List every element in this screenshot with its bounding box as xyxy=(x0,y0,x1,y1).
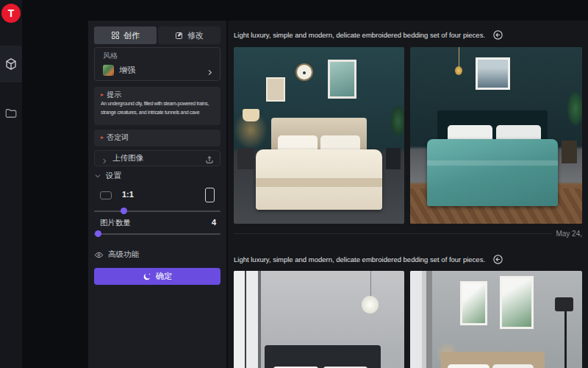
style-value: 增强 xyxy=(119,65,201,76)
image-count-row: 图片数量 4 xyxy=(94,218,220,228)
negative-label-row: ▸ 否定词 xyxy=(101,133,214,142)
date-divider-row: May 24, xyxy=(234,228,582,238)
divider-line xyxy=(234,233,551,234)
confirm-button[interactable]: 确定 xyxy=(94,268,220,285)
wall-art-decor xyxy=(500,276,534,329)
edit-icon xyxy=(175,31,184,40)
floor-lamp-shade-decor xyxy=(555,297,574,311)
aspect-ratio-value: 1:1 xyxy=(122,190,134,199)
clock-center-decor xyxy=(303,71,306,74)
style-section-label: 风格 xyxy=(103,51,118,61)
curtain-decor xyxy=(410,271,432,368)
reuse-prompt-icon[interactable] xyxy=(492,254,503,265)
generation-panel: 创作 修改 风格 增强 ▸ 提示 A xyxy=(88,21,226,368)
generation-prompt-text: Light luxury, simple and modern, delicat… xyxy=(234,31,485,39)
wall-art-decor xyxy=(460,281,487,325)
generation-group-header: Light luxury, simple and modern, delicat… xyxy=(234,28,585,41)
style-thumbnail xyxy=(103,65,114,76)
duvet-fold-decor xyxy=(427,160,558,166)
floor-lamp-stem-decor xyxy=(564,310,567,368)
models-cube-icon[interactable] xyxy=(4,57,18,71)
chevron-down-icon xyxy=(94,172,101,180)
aspect-ratio-row: 1:1 xyxy=(94,185,220,206)
prompt-text-line: An underground city, filled with steam-p… xyxy=(101,99,218,108)
style-row[interactable]: 增强 xyxy=(103,63,214,77)
prompt-label: 提示 xyxy=(107,90,121,100)
settings-label: 设置 xyxy=(106,171,121,181)
wall-art-decor xyxy=(328,60,356,99)
pendant-lamp-decor xyxy=(362,296,379,314)
tab-create-label: 创作 xyxy=(123,30,140,41)
slider-handle[interactable] xyxy=(121,208,127,214)
generated-image-4[interactable] xyxy=(410,271,582,368)
upload-icon[interactable] xyxy=(205,154,214,163)
image-count-label: 图片数量 xyxy=(100,218,131,228)
wall-art-decor xyxy=(476,57,510,89)
prompt-label-row: ▸ 提示 xyxy=(101,91,218,99)
prompt-input[interactable]: ▸ 提示 An underground city, filled with st… xyxy=(94,87,220,125)
pendant-lamp-decor xyxy=(455,66,463,75)
app-window: T 创作 修改 xyxy=(0,0,588,368)
pendant-cord-decor xyxy=(459,47,459,68)
slider-track[interactable] xyxy=(94,210,220,212)
aspect-ratio-slider[interactable] xyxy=(94,208,220,214)
crescent-moon-icon xyxy=(143,272,151,281)
window-decor xyxy=(234,271,261,368)
grid-icon xyxy=(111,31,120,40)
pendant-cord-decor xyxy=(370,271,371,297)
embroidery-band-decor xyxy=(256,178,382,187)
projects-folder-icon[interactable] xyxy=(4,107,18,120)
nightstand-decor xyxy=(237,148,254,169)
required-marker-icon: ▸ xyxy=(101,92,104,98)
nightstand-decor xyxy=(562,141,577,163)
generated-image-1[interactable] xyxy=(234,47,404,224)
upload-image-row[interactable]: 上传图像 xyxy=(94,150,220,166)
generation-group-header: Light luxury, simple and modern, delicat… xyxy=(234,252,585,266)
required-marker-icon: ▸ xyxy=(101,135,104,141)
app-logo[interactable]: T xyxy=(1,4,21,23)
mode-tabs: 创作 修改 xyxy=(94,26,220,44)
pillow-decor xyxy=(492,364,534,368)
advanced-features-label: 高级功能 xyxy=(108,250,139,260)
slider-handle[interactable] xyxy=(95,230,101,237)
headboard-decor xyxy=(265,345,381,368)
chevron-right-icon xyxy=(206,66,214,74)
generated-image-row xyxy=(234,271,582,368)
plant-decor xyxy=(377,99,404,155)
nightstand-decor xyxy=(386,148,401,169)
settings-section-toggle[interactable]: 设置 xyxy=(94,171,220,181)
negative-prompt-input[interactable]: ▸ 否定词 xyxy=(94,130,220,146)
wall-art-decor xyxy=(266,77,285,102)
landscape-ratio-icon[interactable] xyxy=(100,191,112,199)
generation-prompt-text: Light luxury, simple and modern, delicat… xyxy=(234,255,485,263)
reuse-prompt-icon[interactable] xyxy=(492,29,503,40)
generated-image-row xyxy=(234,47,582,224)
generated-image-2[interactable] xyxy=(410,47,582,224)
eye-icon xyxy=(94,250,104,260)
lamp-decor xyxy=(243,109,259,121)
slider-track[interactable] xyxy=(94,233,220,235)
upload-image-label: 上传图像 xyxy=(112,153,201,163)
nav-rail: T xyxy=(0,0,22,368)
portrait-ratio-icon[interactable] xyxy=(205,188,215,202)
advanced-features-toggle[interactable]: 高级功能 xyxy=(94,249,220,261)
prompt-text-line: strange creatures, and intricate tunnels… xyxy=(101,108,218,117)
chevron-right-icon xyxy=(101,155,108,162)
tab-modify-label: 修改 xyxy=(187,30,204,41)
image-count-value: 4 xyxy=(212,218,216,227)
results-feed: Light luxury, simple and modern, delicat… xyxy=(228,21,588,368)
tab-modify[interactable]: 修改 xyxy=(158,26,220,44)
generated-image-3[interactable] xyxy=(234,271,404,368)
confirm-button-label: 确定 xyxy=(156,271,173,282)
pillow-decor xyxy=(448,364,489,368)
style-selector[interactable]: 风格 增强 xyxy=(94,47,220,81)
tab-create[interactable]: 创作 xyxy=(94,26,157,44)
negative-prompt-label: 否定词 xyxy=(107,132,129,143)
duvet-decor xyxy=(427,139,558,206)
image-count-slider[interactable] xyxy=(94,230,220,237)
generation-date: May 24, xyxy=(556,230,582,238)
